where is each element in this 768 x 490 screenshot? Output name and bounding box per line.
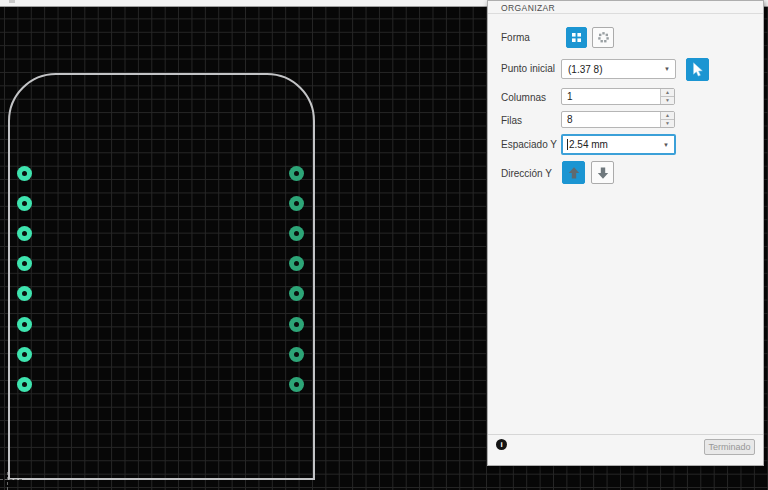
pad-hole — [22, 171, 27, 176]
spinner-down-icon[interactable]: ▼ — [661, 120, 674, 127]
pad-hole — [294, 352, 299, 357]
spinner-up-icon[interactable]: ▲ — [661, 112, 674, 120]
arrow-down-icon — [596, 166, 610, 180]
punto-inicial-dropdown[interactable]: (1.37 8) ▼ — [561, 59, 676, 79]
origin-marker — [7, 472, 8, 490]
pad-left-3[interactable] — [17, 226, 32, 241]
text-caret — [567, 139, 568, 150]
cursor-icon — [692, 62, 704, 77]
pad-right-4[interactable] — [289, 256, 304, 271]
circle-dots-icon — [597, 31, 610, 44]
shape-grid-button[interactable] — [566, 27, 587, 48]
grid-dots-icon — [570, 31, 583, 44]
pad-left-7[interactable] — [17, 347, 32, 362]
organize-panel: ORGANIZAR Forma Punto inicia — [487, 0, 764, 466]
pad-hole — [294, 261, 299, 266]
pad-right-3[interactable] — [289, 226, 304, 241]
rows-stepper: ▲ ▼ — [561, 111, 675, 128]
forma-label: Forma — [501, 32, 530, 43]
pad-hole — [294, 201, 299, 206]
shape-circle-button[interactable] — [592, 27, 614, 48]
spinner-up-icon[interactable]: ▲ — [661, 89, 674, 97]
pad-hole — [22, 352, 27, 357]
pad-right-5[interactable] — [289, 286, 304, 301]
panel-title: ORGANIZAR — [501, 3, 555, 13]
board-outline[interactable] — [8, 73, 315, 480]
columns-stepper: ▲ ▼ — [561, 88, 675, 105]
pad-hole — [22, 291, 27, 296]
pad-hole — [294, 291, 299, 296]
origin-marker — [0, 479, 22, 480]
pad-hole — [294, 322, 299, 327]
punto-inicial-label: Punto inicial — [501, 63, 555, 74]
arrow-up-icon — [567, 166, 581, 180]
pad-left-6[interactable] — [17, 317, 32, 332]
columns-spinner: ▲ ▼ — [660, 89, 674, 104]
pad-left-1[interactable] — [17, 166, 32, 181]
direction-down-button[interactable] — [591, 161, 614, 184]
spacing-y-value: 2.54 mm — [569, 139, 608, 150]
footer-divider — [488, 434, 763, 435]
panel-header: ORGANIZAR — [488, 1, 763, 14]
pad-hole — [294, 171, 299, 176]
columns-input[interactable] — [562, 89, 660, 104]
punto-inicial-value: (1.37 8) — [568, 64, 602, 75]
columnas-label: Columnas — [501, 92, 546, 103]
pad-left-2[interactable] — [17, 196, 32, 211]
filas-label: Filas — [501, 115, 522, 126]
info-icon[interactable]: i — [496, 439, 507, 450]
pad-right-1[interactable] — [289, 166, 304, 181]
rows-input[interactable] — [562, 112, 660, 127]
pad-right-7[interactable] — [289, 347, 304, 362]
rows-spinner: ▲ ▼ — [660, 112, 674, 127]
pick-point-button[interactable] — [686, 58, 709, 81]
pad-hole — [22, 201, 27, 206]
pad-right-6[interactable] — [289, 317, 304, 332]
chevron-down-icon: ▼ — [664, 66, 670, 72]
spinner-down-icon[interactable]: ▼ — [661, 97, 674, 104]
app-screen: ORGANIZAR Forma Punto inicia — [0, 0, 768, 490]
pad-hole — [22, 261, 27, 266]
espaciado-y-label: Espaciado Y — [501, 139, 557, 150]
pad-right-2[interactable] — [289, 196, 304, 211]
pad-hole — [22, 382, 27, 387]
done-button[interactable]: Terminado — [704, 439, 755, 455]
direction-up-button[interactable] — [562, 161, 585, 184]
chevron-down-icon: ▼ — [663, 142, 669, 148]
pad-right-8[interactable] — [289, 377, 304, 392]
pad-hole — [22, 231, 27, 236]
pad-left-8[interactable] — [17, 377, 32, 392]
pad-hole — [294, 231, 299, 236]
pad-hole — [22, 322, 27, 327]
toolbar-handle — [9, 0, 15, 3]
pad-hole — [294, 382, 299, 387]
spacing-y-combobox[interactable]: 2.54 mm ▼ — [561, 134, 676, 155]
pad-left-4[interactable] — [17, 256, 32, 271]
direccion-y-label: Dirección Y — [501, 168, 552, 179]
